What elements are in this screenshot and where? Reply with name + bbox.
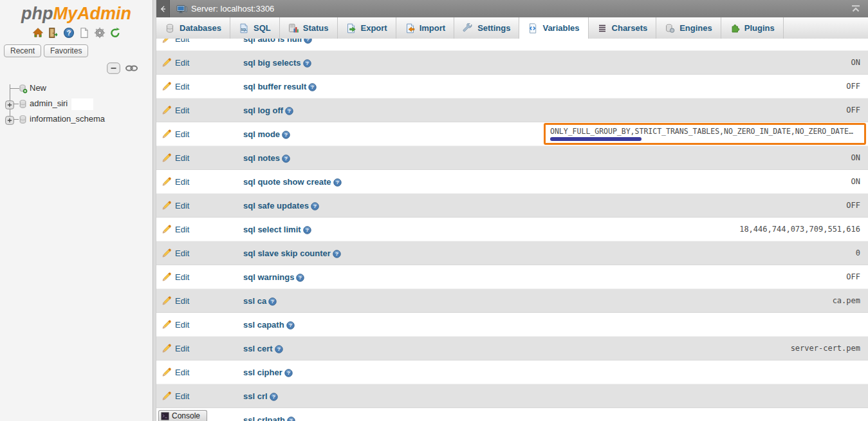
edit-label: Edit [175,248,189,258]
tree-item-admin-siri[interactable]: admin_siri [0,96,152,111]
tab-label: Export [361,23,387,33]
help-badge-icon[interactable]: ? [303,59,311,68]
variable-name: sql big selects [243,58,301,68]
variable-name-cell: sql warnings ? [243,272,544,282]
help-badge-icon[interactable]: ? [303,226,311,234]
help-badge-icon[interactable]: ? [282,154,290,163]
settings-icon[interactable] [94,27,106,39]
variable-value-cell: OFF [544,272,868,281]
tab-sql[interactable]: SQL SQL [230,17,280,39]
collapse-all-icon[interactable] [107,62,120,74]
export-icon [346,23,356,33]
tab-import[interactable]: Import [396,17,454,39]
tab-export[interactable]: Export [338,17,396,39]
help-badge-icon[interactable]: ? [311,202,319,210]
edit-link[interactable]: Edit [156,81,243,91]
collapse-navigation-button[interactable] [156,0,170,17]
tab-variables[interactable]: Variables [519,17,588,39]
edit-link[interactable]: Edit [156,319,243,330]
variable-name: ssl cert [243,344,273,353]
help-badge-icon[interactable]: ? [296,274,304,282]
tree-item-information-schema[interactable]: information_schema [0,111,152,127]
console-icon [161,412,169,420]
tab-charsets[interactable]: Charsets [589,17,657,39]
tab-databases[interactable]: Databases [156,17,230,39]
pencil-icon [162,319,172,330]
variable-value: ONLY_FULL_GROUP_BY,STRICT_TRANS_TABLES,N… [550,127,863,136]
variable-value: OFF [846,201,860,210]
help-badge-icon[interactable]: ? [287,416,295,421]
plus-box-icon[interactable] [5,115,14,124]
variable-name: sql select limit [243,225,301,234]
help-badge-icon[interactable]: ? [333,250,341,258]
tree-item-new[interactable]: New [0,80,152,96]
variable-value: OFF [846,82,860,91]
help-badge-icon[interactable]: ? [268,297,277,306]
main-tabbar: Databases SQL SQL Status Export [156,17,868,39]
console-button[interactable]: Console [158,410,207,421]
help-badge-icon[interactable]: ? [304,39,312,44]
help-badge-icon[interactable]: ? [286,321,295,330]
svg-text:?: ? [313,203,317,209]
variable-name: sql notes [243,153,280,163]
svg-text:?: ? [284,156,288,162]
help-icon[interactable]: ? [63,27,75,39]
sidebar-nav-icons: ? [0,24,152,43]
help-badge-icon[interactable]: ? [275,345,283,353]
server-breadcrumb[interactable]: Server: localhost:3306 [191,4,274,14]
docs-icon[interactable] [78,27,90,39]
database-icon [18,98,28,108]
help-badge-icon[interactable]: ? [308,83,317,91]
variable-row: Edit sql slave skip counter ? 0 [156,241,868,265]
edit-link[interactable]: Edit [156,39,243,44]
tab-engines[interactable]: Engines [656,17,721,39]
svg-text:?: ? [271,299,274,304]
import-icon [405,23,415,33]
variable-value-cell: OFF [544,106,868,115]
recent-button[interactable]: Recent [4,44,41,57]
edit-link[interactable]: Edit [156,343,243,353]
refresh-icon[interactable] [109,27,121,39]
plus-box-icon[interactable] [5,99,14,108]
favorites-button[interactable]: Favorites [44,44,88,57]
svg-text:?: ? [289,323,292,328]
help-badge-icon[interactable]: ? [270,393,278,401]
tab-status[interactable]: Status [280,17,338,39]
edit-link[interactable]: Edit [156,248,243,258]
edit-link[interactable]: Edit [156,57,243,68]
variable-row: Edit ssl ca ? ca.pem [156,289,868,313]
variable-value-cell: 0 [544,248,868,257]
tab-label: Charsets [612,23,648,33]
variable-name-cell: ssl cipher ? [243,368,544,377]
svg-text:?: ? [306,39,309,42]
edit-link[interactable]: Edit [156,224,243,234]
edit-link[interactable]: Edit [156,105,243,115]
edit-link[interactable]: Edit [156,367,243,377]
variable-name: sql buffer result [243,82,306,91]
help-badge-icon[interactable]: ? [285,107,293,115]
scroll-top-icon[interactable] [850,5,862,13]
phpmyadmin-logo[interactable]: phpMyAdmin [0,0,152,24]
edit-link[interactable]: Edit [156,391,243,401]
logout-icon[interactable] [48,27,59,39]
edit-link[interactable]: Edit [156,153,243,163]
link-with-main-panel-icon[interactable] [125,62,138,74]
variable-name: ssl ca [243,296,266,306]
tab-plugins[interactable]: Plugins [721,17,784,39]
edit-link[interactable]: Edit [156,200,243,210]
help-badge-icon[interactable]: ? [284,369,293,377]
edit-link[interactable]: Edit [156,176,243,187]
variable-value: ON [851,177,860,186]
tab-settings[interactable]: Settings [454,17,519,39]
svg-text:?: ? [284,132,288,138]
edit-label: Edit [175,201,189,210]
home-icon[interactable] [32,27,44,39]
variable-name: ssl crlpath [243,415,285,421]
variable-value-cell: ON [544,58,868,67]
help-badge-icon[interactable]: ? [282,131,290,139]
edit-link[interactable]: Edit [156,272,243,282]
edit-link[interactable]: Edit [156,129,243,139]
variable-value: server-cert.pem [791,344,860,353]
edit-link[interactable]: Edit [156,295,243,306]
help-badge-icon[interactable]: ? [333,178,342,187]
